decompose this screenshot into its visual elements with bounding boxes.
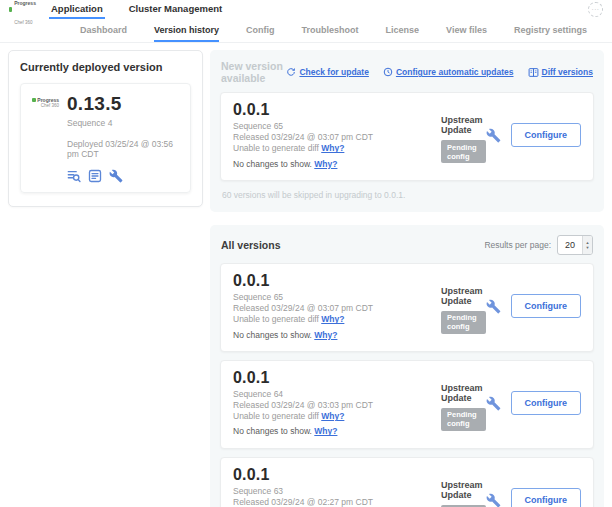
results-per-page: Results per page: 20 ▲▼ — [484, 235, 593, 255]
new-version-panel: New version available Check for update C… — [210, 50, 604, 212]
tab-troubleshoot[interactable]: Troubleshoot — [302, 19, 359, 42]
version-rows-container: 0.0.1 Sequence 65 Released 03/29/24 @ 03… — [220, 263, 594, 507]
diff-note: Unable to generate diff — [233, 411, 319, 421]
diff-why-link[interactable]: Why? — [321, 411, 344, 421]
results-per-page-select[interactable]: 20 ▲▼ — [557, 235, 593, 255]
tab-version-history[interactable]: Version history — [154, 19, 219, 42]
check-for-update-link[interactable]: Check for update — [286, 67, 368, 77]
logo-text-line1: Progress — [14, 0, 36, 6]
version-number: 0.0.1 — [233, 369, 441, 387]
config-wrench-icon[interactable] — [486, 396, 501, 411]
version-row: 0.0.1 Sequence 65 Released 03/29/24 @ 03… — [220, 263, 594, 352]
configure-automatic-updates-link[interactable]: Configure automatic updates — [383, 67, 514, 77]
top-header: Progress Chef 360 Application Cluster Ma… — [0, 0, 612, 19]
status-badge: Pending config — [441, 140, 486, 163]
deployed-version-card: Progress Chef 360 0.13.5 Sequence 4 Depl… — [20, 83, 191, 193]
version-row: 0.0.1 Sequence 64 Released 03/29/24 @ 03… — [220, 360, 594, 449]
status-badge: Pending config — [441, 311, 486, 334]
version-source: Upstream Update — [441, 286, 486, 306]
account-menu-button[interactable]: ··· — [588, 2, 603, 17]
version-number: 0.0.1 — [233, 272, 441, 290]
changes-note: No changes to show. — [233, 426, 312, 436]
version-source: Upstream Update — [441, 115, 486, 135]
app-subnav: Dashboard Version history Config Trouble… — [0, 19, 612, 43]
main-content: Currently deployed version Progress Chef… — [0, 43, 612, 507]
config-wrench-icon[interactable] — [486, 299, 501, 314]
diff-versions-link[interactable]: Diff versions — [528, 67, 594, 78]
diff-why-link[interactable]: Why? — [321, 143, 344, 153]
configure-button[interactable]: Configure — [511, 391, 582, 415]
skip-versions-note: 60 versions will be skipped in upgrading… — [220, 181, 594, 202]
deployed-app-logo: Progress Chef 360 — [31, 93, 59, 183]
changes-note: No changes to show. — [233, 159, 312, 169]
version-released: Released 03/29/24 @ 03:07 pm CDT — [233, 132, 441, 143]
status-badge: Pending config — [441, 408, 486, 431]
left-column: Currently deployed version Progress Chef… — [8, 50, 203, 207]
tab-config[interactable]: Config — [246, 19, 275, 42]
config-wrench-icon[interactable] — [486, 493, 501, 507]
tab-dashboard[interactable]: Dashboard — [80, 19, 127, 42]
changes-why-link[interactable]: Why? — [314, 330, 337, 340]
stepper-arrows-icon: ▲▼ — [582, 236, 592, 254]
version-sequence: Sequence 65 — [233, 121, 441, 132]
version-row: 0.0.1 Sequence 65 Released 03/29/24 @ 03… — [220, 92, 594, 181]
deployed-timestamp: Deployed 03/25/24 @ 03:56 pm CDT — [67, 139, 180, 159]
configure-button[interactable]: Configure — [511, 488, 582, 507]
tab-license[interactable]: License — [386, 19, 420, 42]
schedule-icon — [383, 67, 393, 77]
config-wrench-icon[interactable] — [486, 128, 501, 143]
diff-note: Unable to generate diff — [233, 314, 319, 324]
new-version-heading: New version available — [221, 60, 286, 84]
diff-icon — [528, 67, 539, 78]
changes-note: No changes to show. — [233, 330, 312, 340]
deployed-version-number: 0.13.5 — [67, 93, 180, 115]
refresh-icon — [286, 67, 296, 77]
tab-view-files[interactable]: View files — [446, 19, 487, 42]
logo-mark-icon — [9, 7, 12, 12]
version-sequence: Sequence 64 — [233, 389, 441, 400]
version-number: 0.0.1 — [233, 466, 441, 484]
version-released: Released 03/29/24 @ 03:03 pm CDT — [233, 400, 441, 411]
version-sequence: Sequence 65 — [233, 292, 441, 303]
app-logo: Progress Chef 360 — [9, 0, 43, 19]
top-nav: Application Cluster Management — [49, 0, 224, 19]
tab-registry-settings[interactable]: Registry settings — [514, 19, 587, 42]
diff-why-link[interactable]: Why? — [321, 314, 344, 324]
logo-text-line2: Chef 360 — [14, 20, 32, 25]
tab-application[interactable]: Application — [49, 0, 105, 19]
configure-button[interactable]: Configure — [511, 294, 582, 318]
version-row: 0.0.1 Sequence 63 Released 03/29/24 @ 02… — [220, 457, 594, 507]
deployed-heading: Currently deployed version — [20, 61, 191, 73]
version-source: Upstream Update — [441, 383, 486, 403]
right-column: New version available Check for update C… — [210, 50, 604, 507]
edit-config-icon[interactable] — [88, 169, 102, 183]
configure-button[interactable]: Configure — [511, 123, 582, 147]
changes-why-link[interactable]: Why? — [314, 159, 337, 169]
version-actions: Check for update Configure automatic upd… — [286, 67, 593, 78]
all-versions-heading: All versions — [221, 239, 281, 251]
results-per-page-label: Results per page: — [484, 240, 551, 250]
changes-why-link[interactable]: Why? — [314, 426, 337, 436]
deployed-sequence: Sequence 4 — [67, 118, 180, 128]
version-source: Upstream Update — [441, 480, 486, 500]
all-versions-panel: All versions Results per page: 20 ▲▼ 0.0… — [210, 225, 604, 507]
new-version-row-container: 0.0.1 Sequence 65 Released 03/29/24 @ 03… — [220, 92, 594, 181]
version-released: Released 03/29/24 @ 03:07 pm CDT — [233, 303, 441, 314]
deployed-action-icons — [67, 169, 180, 183]
version-released: Released 03/29/24 @ 02:27 pm CDT — [233, 497, 441, 507]
wrench-icon[interactable] — [109, 169, 123, 183]
version-number: 0.0.1 — [233, 101, 441, 119]
deploy-logs-icon[interactable] — [67, 169, 81, 183]
logo-mark-icon — [32, 98, 36, 102]
version-sequence: Sequence 63 — [233, 486, 441, 497]
diff-note: Unable to generate diff — [233, 143, 319, 153]
currently-deployed-card: Currently deployed version Progress Chef… — [8, 50, 203, 207]
tab-cluster-management[interactable]: Cluster Management — [127, 0, 224, 19]
